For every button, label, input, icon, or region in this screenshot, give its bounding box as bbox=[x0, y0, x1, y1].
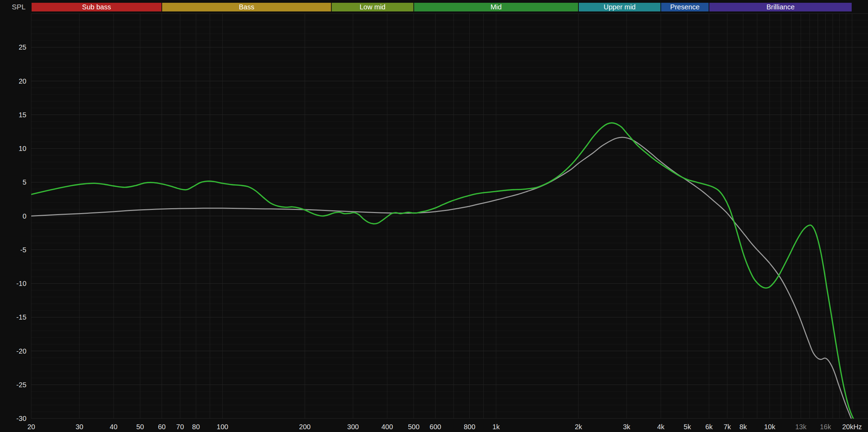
band-label-presence: Presence bbox=[670, 3, 700, 11]
y-tick--10: -10 bbox=[16, 280, 26, 287]
band-label-bass: Bass bbox=[239, 3, 254, 11]
x-tick-200: 200 bbox=[299, 423, 310, 431]
x-tick-20: 20 bbox=[27, 423, 35, 431]
x-tick-8k: 8k bbox=[740, 423, 747, 431]
y-tick-20: 20 bbox=[19, 77, 26, 85]
x-tick-30: 30 bbox=[76, 423, 83, 431]
x-tick-300: 300 bbox=[347, 423, 359, 431]
x-tick-80: 80 bbox=[192, 423, 200, 431]
x-tick-50: 50 bbox=[136, 423, 144, 431]
x-tick-3k: 3k bbox=[623, 423, 631, 431]
y-tick--5: -5 bbox=[20, 246, 26, 254]
x-tick-6k: 6k bbox=[705, 423, 713, 431]
x-tick-100: 100 bbox=[217, 423, 228, 431]
x-tick-400: 400 bbox=[382, 423, 393, 431]
x-tick-2k: 2k bbox=[575, 423, 582, 431]
x-tick-4k: 4k bbox=[657, 423, 665, 431]
y-tick-10: 10 bbox=[19, 145, 26, 152]
y-tick--20: -20 bbox=[16, 347, 26, 355]
x-tick-13k: 13k bbox=[795, 423, 807, 431]
x-tick-500: 500 bbox=[408, 423, 419, 431]
band-label-sub-bass: Sub bass bbox=[82, 3, 111, 11]
x-tick-70: 70 bbox=[176, 423, 184, 431]
x-tick-40: 40 bbox=[110, 423, 117, 431]
y-tick-0: 0 bbox=[23, 212, 26, 220]
spl-axis-title: SPL bbox=[12, 3, 26, 11]
band-label-upper-mid: Upper mid bbox=[603, 3, 635, 11]
y-tick-5: 5 bbox=[23, 178, 26, 186]
y-tick-25: 25 bbox=[19, 43, 26, 51]
x-tick-600: 600 bbox=[429, 423, 441, 431]
band-label-brilliance: Brilliance bbox=[766, 3, 794, 11]
frequency-band-bar: Sub bassBassLow midMidUpper midPresenceB… bbox=[32, 3, 852, 11]
y-tick--25: -25 bbox=[16, 381, 26, 389]
x-tick-20kHz: 20kHz bbox=[842, 423, 862, 431]
y-tick--15: -15 bbox=[16, 313, 26, 321]
x-tick-800: 800 bbox=[464, 423, 475, 431]
y-tick-15: 15 bbox=[19, 111, 26, 119]
x-tick-60: 60 bbox=[158, 423, 166, 431]
x-tick-7k: 7k bbox=[724, 423, 731, 431]
band-label-low-mid: Low mid bbox=[360, 3, 385, 11]
frequency-response-chart: Sub bassBassLow midMidUpper midPresenceB… bbox=[0, 0, 868, 432]
band-label-mid: Mid bbox=[491, 3, 502, 11]
y-tick--30: -30 bbox=[16, 415, 26, 422]
x-tick-16k: 16k bbox=[820, 423, 831, 431]
x-tick-10k: 10k bbox=[764, 423, 776, 431]
x-tick-5k: 5k bbox=[684, 423, 691, 431]
x-tick-1k: 1k bbox=[492, 423, 500, 431]
